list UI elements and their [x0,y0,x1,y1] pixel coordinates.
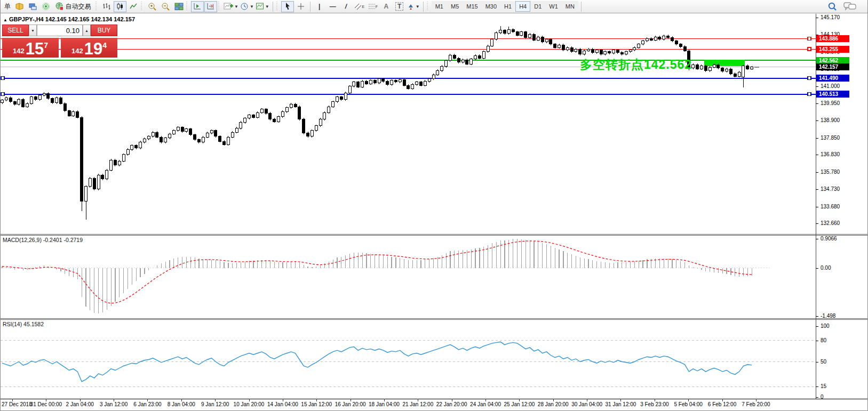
rsi-tick-mark [816,397,818,398]
timeframe-w1[interactable]: W1 [545,1,562,12]
volume-decrease-button[interactable]: ▼ [29,25,37,36]
tile-windows-icon[interactable] [172,1,185,12]
price-tick-mark [816,155,818,155]
macd-tick-mark [816,316,818,317]
chart-symbol-header: ▲GBPJPY-,H4 142.145 142.165 142.134 142.… [3,16,135,22]
pane-separator[interactable] [1,318,868,319]
price-level-badge: 142.562 [816,57,849,64]
price-tick-label: 138.900 [821,117,840,123]
timeframe-m15[interactable]: M15 [463,1,481,12]
buy-price-pips: 19 [84,41,102,57]
price-tick-label: 139.950 [821,100,840,106]
macd-indicator-pane[interactable] [1,236,816,318]
sell-button[interactable]: SELL [2,25,29,36]
bar-chart-type-icon[interactable] [100,1,113,12]
timeframe-m5[interactable]: M5 [447,1,463,12]
time-tick-label: 3 Jan 12:00 [100,401,128,407]
time-tick-label: 27 Dec 2018 [2,401,32,407]
main-price-chart[interactable] [1,14,816,234]
horizontal-line-tool[interactable]: — [327,1,339,12]
crosshair-tool[interactable] [294,1,307,12]
dropdown-caret: ▼ [250,4,254,9]
timeframe-d1[interactable]: D1 [530,1,545,12]
timeframe-mn[interactable]: MN [562,1,578,12]
price-level-badge: 140.513 [816,91,849,98]
vertical-line-tool[interactable]: | [313,1,326,12]
price-tick-mark [816,86,818,87]
toolbar-grip [95,2,98,11]
timeframe-buttons: M1M5M15M30H1H4D1W1MN [432,1,578,12]
market-watch-icon[interactable] [13,1,26,12]
price-tick-mark [816,207,818,207]
candlestick-chart-type-icon[interactable] [114,1,126,12]
macd-tick-label: -1.498 [821,313,835,319]
bull-bear-pivot-annotation[interactable]: 多空转折点142.562 [580,57,692,73]
text-label-tool[interactable]: T [393,1,406,12]
equidistant-channel-tool[interactable]: E [353,1,366,12]
macd-tick-label: 0.00 [821,265,831,271]
rsi-label: RSI(14) 45.1582 [3,321,44,327]
time-tick-label: 15 Jan 12:00 [301,401,332,407]
pane-separator[interactable] [1,234,868,235]
rsi-tick-mark [816,386,818,387]
price-level-badge: 143.886 [816,35,849,42]
time-tick-label: 24 Jan 04:00 [470,401,501,407]
dropdown-caret: ▼ [234,4,238,9]
autotrade-button[interactable]: 自动交易 [53,1,94,12]
new-order-button[interactable]: 单 [3,2,12,11]
buy-button[interactable]: BUY [91,25,117,36]
time-tick-label: 14 Jan 04:00 [267,401,298,407]
dropdown-caret: ▼ [416,4,420,9]
terminal-window-icon[interactable] [26,1,39,12]
autotrade-label: 自动交易 [64,2,93,11]
indicators-icon[interactable]: ▼ [223,1,239,12]
time-tick-label: 2 Jan 04:00 [66,401,94,407]
buy-price-point: 4 [102,41,107,50]
toolbar-grip [218,2,221,11]
price-tick-mark [816,189,818,190]
time-tick-label: 8 Jan 04:00 [168,401,195,407]
price-tick-label: 132.660 [821,220,840,226]
price-tick-mark [816,18,818,18]
timeframe-m30[interactable]: M30 [482,1,500,12]
time-tick-label: 21 Jan 12:00 [402,401,433,407]
timeframe-h1[interactable]: H1 [500,1,515,12]
pane-separator [1,235,868,236]
time-tick-label: 10 Jan 20:00 [234,401,265,407]
timeframes-clock-icon[interactable]: ▼ [240,1,254,12]
zoom-out-icon[interactable] [159,1,172,12]
text-tool[interactable]: A [380,1,393,12]
time-tick-label: 16 Jan 20:00 [335,401,366,407]
search-icon[interactable] [826,1,839,12]
timeframe-m1[interactable]: M1 [432,1,447,12]
auto-scroll-icon[interactable] [191,1,204,12]
chat-icon[interactable] [843,1,857,12]
time-tick-label: 3 Feb 23:00 [640,401,668,407]
rsi-tick-mark [816,326,818,327]
price-tick-label: 133.680 [821,204,840,209]
chart-shift-icon[interactable] [204,1,217,12]
cursor-tool[interactable] [281,1,294,12]
main-toolbar: 单 自动交易 ▼ ▼ ▼ | — / E F A T ▼ [1,0,868,13]
price-level-badge: 142.157 [816,63,849,70]
arrows-tool[interactable]: ▼ [407,1,420,12]
mt4-window: 单 自动交易 ▼ ▼ ▼ | — / E F A T ▼ [0,0,868,411]
time-tick-label: 31 Jan 12:00 [606,401,636,407]
line-chart-type-icon[interactable] [127,1,140,12]
collapse-triangle-icon[interactable]: ▲ [3,18,7,22]
timeframe-h4[interactable]: H4 [515,1,530,12]
trendline-tool[interactable]: / [340,1,353,12]
buy-price-box[interactable]: 142 19 4 [61,38,117,58]
signal-icon[interactable] [39,1,52,12]
rsi-indicator-pane[interactable] [1,320,816,399]
zoom-in-icon[interactable] [146,1,158,12]
toolbar-grip [427,2,429,11]
chart-template-icon[interactable]: ▼ [255,1,270,12]
volume-increase-button[interactable]: ▲ [83,25,91,36]
volume-input[interactable]: 0.10 [37,25,83,36]
sell-price-box[interactable]: 142 15 7 [2,38,59,58]
sell-price-integer: 142 [13,47,25,55]
toolbar-separator [273,2,273,12]
fibonacci-tool[interactable]: F [367,1,379,12]
price-tick-label: 141.000 [821,83,840,89]
